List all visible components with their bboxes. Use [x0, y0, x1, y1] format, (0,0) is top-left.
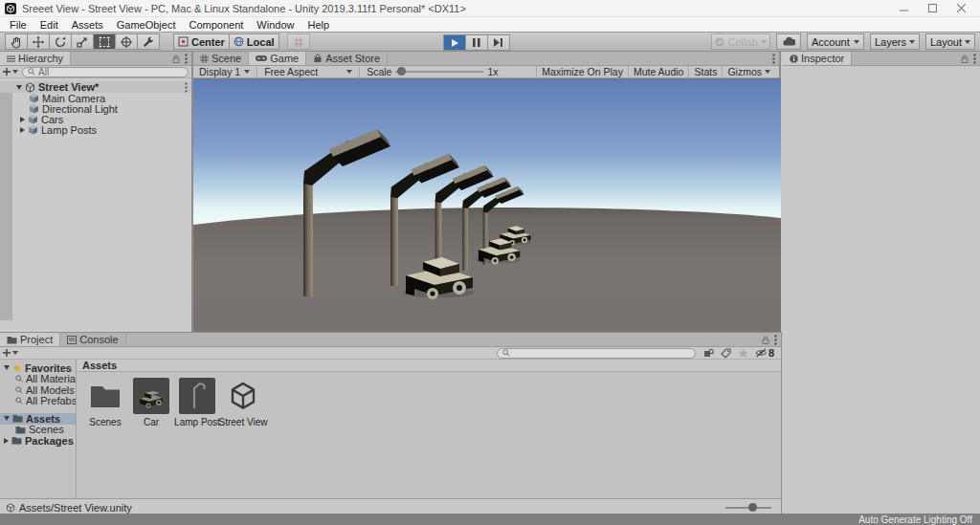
auto-generate-lighting-toggle[interactable]: Auto Generate Lighting Off	[858, 514, 972, 525]
tab-game[interactable]: Game	[249, 52, 306, 65]
create-caret-icon	[12, 70, 18, 74]
layout-dropdown[interactable]: Layout	[925, 33, 975, 50]
mute-audio-button[interactable]: Mute Audio	[628, 66, 689, 78]
scale-tool-button[interactable]	[71, 33, 94, 50]
lock-icon[interactable]	[762, 336, 769, 344]
account-caret-icon	[854, 40, 859, 44]
lock-icon[interactable]	[172, 55, 180, 63]
stats-button[interactable]: Stats	[688, 66, 722, 78]
favorite-star-icon[interactable]	[738, 348, 748, 359]
kebab-menu-icon[interactable]	[185, 54, 188, 64]
search-by-type-icon[interactable]	[703, 348, 714, 359]
game-viewport[interactable]	[193, 78, 781, 331]
expand-open-icon[interactable]	[4, 365, 10, 370]
scale-slider[interactable]	[395, 71, 483, 73]
inspector-tab-label: Inspector	[801, 53, 844, 64]
hierarchy-scene-row[interactable]: Street View*	[0, 81, 191, 93]
kebab-menu-icon[interactable]	[772, 54, 775, 64]
scene-tab-label: Scene	[212, 53, 241, 64]
tab-scene[interactable]: Scene	[193, 52, 249, 65]
pause-icon	[473, 38, 480, 47]
hierarchy-tree: Street View* Main Camera Directional Lig…	[0, 81, 191, 320]
maximize-on-play-button[interactable]: Maximize On Play	[536, 66, 628, 78]
rotate-tool-button[interactable]	[49, 33, 72, 50]
asset-lamp-post-prefab[interactable]: Lamp Post	[179, 378, 215, 427]
kebab-menu-icon[interactable]	[774, 335, 777, 345]
hierarchy-item-lamp-posts[interactable]: Lamp Posts	[0, 124, 191, 135]
hierarchy-item-directional-light[interactable]: Directional Light	[0, 103, 191, 114]
gizmos-dropdown[interactable]: Gizmos	[722, 66, 775, 78]
custom-tool-button[interactable]	[137, 33, 160, 50]
aspect-dropdown[interactable]: Free Aspect	[262, 66, 354, 77]
tree-all-models[interactable]: All Models	[0, 384, 76, 396]
scale-value: 1x	[487, 66, 498, 77]
rect-tool-button[interactable]	[93, 33, 116, 50]
display-dropdown[interactable]: Display 1	[197, 66, 252, 77]
expand-closed-icon[interactable]	[4, 438, 9, 444]
tree-assets-root[interactable]: Assets	[0, 413, 76, 425]
step-icon	[494, 38, 503, 47]
thumbnail-size-thumb[interactable]	[748, 503, 757, 512]
lock-icon[interactable]	[961, 55, 969, 63]
play-button[interactable]	[443, 34, 466, 51]
create-object-button[interactable]	[3, 68, 18, 76]
hand-tool-button[interactable]	[5, 33, 28, 50]
rotation-local-button[interactable]: Local	[229, 33, 279, 50]
kebab-menu-icon[interactable]	[973, 54, 976, 64]
folder-icon	[11, 436, 22, 445]
layers-label: Layers	[875, 36, 906, 48]
menu-file[interactable]: File	[3, 19, 33, 31]
create-caret-icon	[12, 351, 18, 355]
step-button[interactable]	[487, 34, 510, 51]
close-button[interactable]	[947, 1, 975, 16]
rect-tool-icon	[98, 35, 111, 49]
expand-open-icon[interactable]	[4, 416, 10, 421]
tree-all-materials[interactable]: All Materials	[0, 374, 76, 385]
tree-favorites[interactable]: Favorites	[0, 362, 76, 374]
cloud-button[interactable]	[776, 33, 801, 50]
hierarchy-item-main-camera[interactable]: Main Camera	[0, 93, 191, 103]
expand-closed-icon[interactable]	[20, 127, 25, 133]
create-asset-button[interactable]	[3, 349, 18, 357]
menu-edit[interactable]: Edit	[33, 19, 65, 31]
hidden-packages-toggle[interactable]: 8	[755, 347, 774, 359]
project-search-input[interactable]	[497, 348, 696, 359]
pivot-center-button[interactable]: Center	[173, 33, 230, 50]
menu-help[interactable]: Help	[301, 19, 336, 31]
pause-button[interactable]	[465, 34, 488, 51]
menu-assets[interactable]: Assets	[65, 19, 110, 31]
scene-kebab-icon[interactable]	[185, 82, 188, 93]
tab-hierarchy[interactable]: Hierarchy	[0, 52, 71, 65]
asset-scenes-folder[interactable]: Scenes	[87, 378, 123, 427]
tree-packages-root[interactable]: Packages	[0, 435, 76, 447]
expand-closed-icon[interactable]	[20, 117, 25, 122]
rotation-label: Local	[247, 36, 275, 48]
scale-slider-thumb[interactable]	[397, 67, 406, 76]
tab-asset-store[interactable]: Asset Store	[306, 52, 388, 65]
expand-open-icon[interactable]	[16, 85, 22, 90]
thumbnail-size-slider[interactable]	[725, 507, 771, 509]
maximize-button[interactable]	[918, 1, 947, 16]
asset-car-prefab[interactable]: Car	[133, 378, 169, 427]
menu-gameobject[interactable]: GameObject	[110, 19, 183, 31]
asset-street-view-scene[interactable]: Street View	[225, 378, 261, 427]
move-tool-button[interactable]	[27, 33, 50, 50]
transform-tool-button[interactable]	[115, 33, 138, 50]
tree-all-prefabs[interactable]: All Prefabs	[0, 396, 76, 407]
hierarchy-search-input[interactable]: All	[22, 67, 189, 77]
inspector-tabstrip: Inspector	[783, 52, 980, 66]
hierarchy-item-cars[interactable]: Cars	[0, 114, 191, 124]
tab-inspector[interactable]: Inspector	[783, 52, 852, 65]
collab-button[interactable]: Collab	[711, 33, 770, 50]
account-dropdown[interactable]: Account	[807, 33, 864, 50]
minimize-button[interactable]	[889, 1, 918, 16]
tree-scenes-folder[interactable]: Scenes	[0, 425, 76, 436]
search-by-label-icon[interactable]	[721, 348, 731, 359]
eye-slash-icon	[755, 348, 768, 358]
menu-window[interactable]: Window	[250, 19, 301, 31]
tab-project[interactable]: Project	[0, 333, 60, 346]
menu-component[interactable]: Component	[182, 19, 250, 31]
tab-console[interactable]: Console	[60, 333, 125, 346]
collab-caret-icon	[761, 40, 767, 44]
layers-dropdown[interactable]: Layers	[870, 33, 920, 50]
